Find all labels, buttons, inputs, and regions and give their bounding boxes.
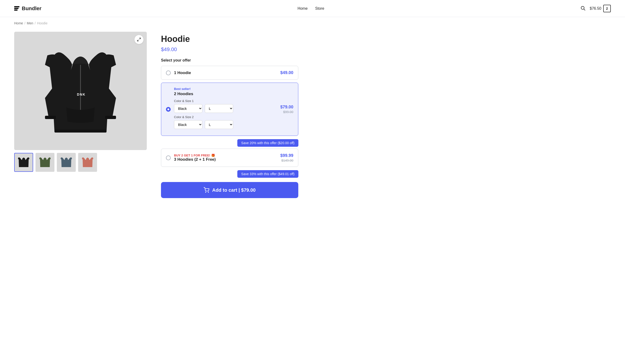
thumb-green[interactable] [35,153,55,172]
variant-label-1: Color & Size 1 [174,99,277,103]
offer-name-3: 3 Hoodies (2 + 1 Free) [174,157,277,162]
product-image-area: DNK [14,32,147,198]
save-badge-wrapper-2: Save 20% with this offer ($20.00 off) [161,139,298,147]
offer-name-2: 2 Hoodies [174,91,277,96]
svg-rect-6 [45,116,56,119]
offer-price-2: $79.00 [280,105,293,110]
header-right: $76.50 2 [580,5,611,12]
logo-text: Bundler [22,5,41,12]
thumbnails [14,153,147,172]
svg-rect-8 [55,130,107,133]
svg-text:DNK: DNK [77,92,86,96]
product-title: Hoodie [161,34,298,44]
offer-card-1[interactable]: 1 Hoodie $49.00 [161,66,298,80]
offer-price-area-3: $99.99 $149.00 [280,153,293,162]
save-badge-3: Save 33% with this offer ($49.01 off) [237,170,298,178]
thumb-blue[interactable] [57,153,76,172]
svg-line-1 [584,9,585,10]
search-button[interactable] [580,5,586,11]
offer-radio-2 [166,107,171,112]
color-select-2[interactable]: Black Green Blue Pink [174,120,202,129]
expand-image-button[interactable] [134,35,143,44]
breadcrumb: Home / Men / Hoodie [0,17,625,29]
nav-store[interactable]: Store [315,6,324,11]
save-badge-2: Save 20% with this offer ($20.00 off) [237,139,298,147]
variant-row-1: Black Green Blue Pink XS S M L XL XXL [174,104,277,113]
offer-radio-1 [166,70,171,75]
svg-point-9 [206,192,206,192]
variant-selectors-2: Color & Size 1 Black Green Blue Pink XS … [174,99,277,129]
offer-body-3: BUY 2 GET 1 FOR FREE! 🎁 3 Hoodies (2 + 1… [174,153,277,162]
breadcrumb-sep-2: / [34,21,35,25]
add-to-cart-button[interactable]: Add to cart | $79.00 [161,182,298,198]
breadcrumb-home[interactable]: Home [14,21,23,25]
variant-label-2: Color & Size 2 [174,115,277,119]
logo[interactable]: Bundler [14,5,41,12]
hoodie-image: DNK [43,41,118,141]
header: Bundler Home Store $76.50 2 [0,0,625,17]
offer-card-3[interactable]: BUY 2 GET 1 FOR FREE! 🎁 3 Hoodies (2 + 1… [161,149,298,167]
search-icon [580,5,586,11]
add-to-cart-label: Add to cart | $79.00 [212,187,255,193]
color-select-1[interactable]: Black Green Blue Pink [174,104,202,113]
thumb-black[interactable] [14,153,33,172]
offer-price-area-2: $79.00 $99.00 [280,105,293,114]
offer-radio-3 [166,155,171,160]
cart-icon [204,187,209,193]
offer-card-2[interactable]: Best seller! 2 Hoodies Color & Size 1 Bl… [161,83,298,136]
offer-price-1: $49.00 [280,70,293,75]
cart-area[interactable]: $76.50 2 [590,5,611,12]
main-image: DNK [14,32,147,150]
select-offer-label: Select your offer [161,58,298,62]
breadcrumb-sep-1: / [24,21,25,25]
thumb-pink[interactable] [78,153,97,172]
cart-price: $76.50 [590,6,601,11]
main-nav: Home Store [298,6,324,11]
variant-row-2: Black Green Blue Pink XS S M L XL XXL [174,120,277,129]
offer-body-1: 1 Hoodie [174,70,277,75]
offer-price-area-1: $49.00 [280,70,293,75]
offer-price-3: $99.99 [280,153,293,158]
cart-badge: 2 [603,5,611,12]
main-content: DNK [0,29,312,208]
expand-icon [137,37,141,42]
offer-name-1: 1 Hoodie [174,70,277,75]
nav-home[interactable]: Home [298,6,308,11]
offer-badge-2: Best seller! [174,87,277,91]
offer-body-2: Best seller! 2 Hoodies Color & Size 1 Bl… [174,87,277,131]
save-badge-wrapper-3: Save 33% with this offer ($49.01 off) [161,170,298,178]
breadcrumb-men[interactable]: Men [27,21,33,25]
svg-point-10 [208,192,209,192]
logo-icon [14,6,19,11]
product-price: $49.00 [161,46,298,53]
breadcrumb-current: Hoodie [37,21,47,25]
svg-rect-7 [105,116,116,119]
size-select-2[interactable]: XS S M L XL XXL [205,120,233,129]
offer-orig-price-2: $99.00 [280,110,293,114]
product-details: Hoodie $49.00 Select your offer 1 Hoodie… [161,32,298,198]
offer-promo-3: BUY 2 GET 1 FOR FREE! 🎁 [174,153,277,157]
size-select-1[interactable]: XS S M L XL XXL [205,104,233,113]
offer-orig-price-3: $149.00 [280,159,293,162]
